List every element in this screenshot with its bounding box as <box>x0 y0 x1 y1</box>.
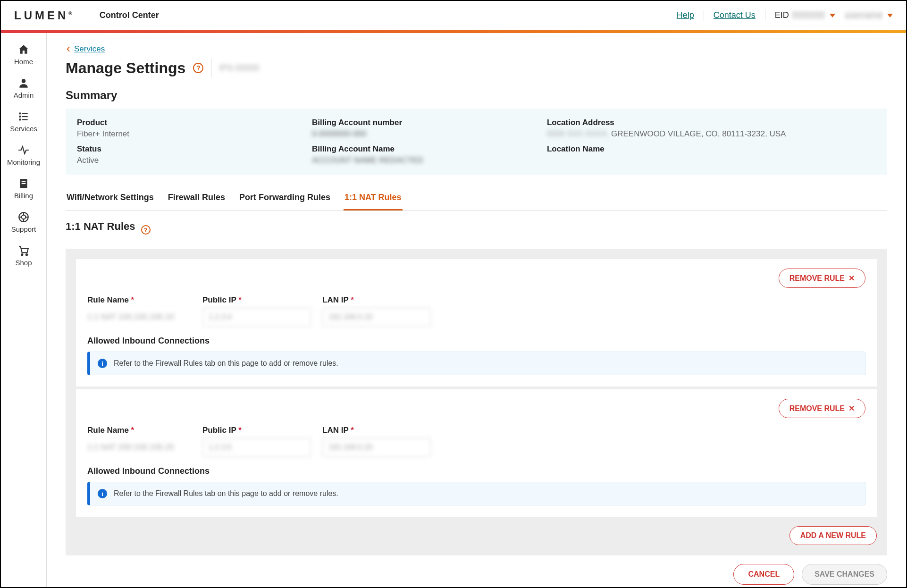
help-icon[interactable]: ? <box>193 63 203 73</box>
field-label: Rule Name * <box>87 426 191 435</box>
remove-rule-button[interactable]: REMOVE RULE ✕ <box>779 399 865 418</box>
field-value: ACCOUNT NAME REDACTED <box>312 156 547 165</box>
close-icon: ✕ <box>848 274 855 283</box>
public-ip-field: Public IP * <box>202 426 311 457</box>
chevron-down-icon <box>830 14 835 17</box>
sidebar-item-label: Support <box>11 225 36 233</box>
info-icon: i <box>98 359 107 368</box>
sidebar-item-shop[interactable]: Shop <box>1 239 46 272</box>
vertical-divider <box>765 10 765 21</box>
allowed-inbound-heading: Allowed Inbound Connections <box>87 336 865 346</box>
nat-rule-card: REMOVE RULE ✕ Rule Name * 1:1 NAT 200.10… <box>76 389 877 517</box>
field-label: LAN IP * <box>322 426 431 435</box>
eid-dropdown[interactable]: EID 0000000 <box>775 10 835 20</box>
rule-name-field: Rule Name * 1:1 NAT 100.100.100.10 <box>87 295 191 327</box>
nat-rule-card: REMOVE RULE ✕ Rule Name * 1:1 NAT 100.10… <box>76 259 877 386</box>
lan-ip-input[interactable] <box>322 308 431 327</box>
public-ip-field: Public IP * <box>202 295 311 327</box>
sidebar-item-label: Admin <box>14 91 34 99</box>
sidebar-item-label: Billing <box>14 192 33 200</box>
sidebar-item-admin[interactable]: Admin <box>1 71 46 105</box>
svg-point-0 <box>22 79 26 83</box>
nat-rules-panel: REMOVE RULE ✕ Rule Name * 1:1 NAT 100.10… <box>66 249 887 555</box>
activity-icon <box>17 144 30 156</box>
field-label: Location Address <box>547 118 876 127</box>
summary-ban: Billing Account number 0-0000000-000 <box>312 118 547 139</box>
tab-port-forwarding[interactable]: Port Forwarding Rules <box>238 188 331 210</box>
sidebar-item-label: Home <box>14 58 33 66</box>
field-label: Status <box>77 144 312 154</box>
summary-product: Product Fiber+ Internet <box>77 118 312 139</box>
summary-card: Product Fiber+ Internet Billing Account … <box>66 109 887 175</box>
summary-status: Status Active <box>77 144 312 165</box>
field-label: Public IP * <box>202 426 311 435</box>
svg-point-5 <box>19 118 21 120</box>
field-label: Billing Account number <box>312 118 547 127</box>
tab-nat-rules[interactable]: 1:1 NAT Rules <box>344 188 403 210</box>
nat-subtitle-row: 1:1 NAT Rules ? <box>66 220 887 239</box>
sidebar-item-monitoring[interactable]: Monitoring <box>1 138 46 172</box>
sidebar-item-home[interactable]: Home <box>1 38 46 71</box>
rule-name-field: Rule Name * 1:1 NAT 200.100.100.20 <box>87 426 191 457</box>
sidebar-item-support[interactable]: Support <box>1 205 46 239</box>
sidebar: Home Admin Services Monitoring Billing S… <box>1 33 47 587</box>
sidebar-item-label: Services <box>10 125 37 133</box>
cancel-button[interactable]: CANCEL <box>733 564 794 585</box>
sidebar-item-label: Shop <box>15 259 32 267</box>
button-label: REMOVE RULE <box>789 404 845 413</box>
tab-firewall-rules[interactable]: Firewall Rules <box>167 188 226 210</box>
support-icon <box>17 211 30 223</box>
summary-ban-name: Billing Account Name ACCOUNT NAME REDACT… <box>312 144 547 165</box>
breadcrumb-services-link[interactable]: Services <box>74 44 105 54</box>
field-value: Active <box>77 156 312 165</box>
sidebar-item-billing[interactable]: Billing <box>1 172 46 205</box>
button-label: ADD A NEW RULE <box>800 531 866 540</box>
lan-ip-field: LAN IP * <box>322 426 431 457</box>
chevron-down-icon <box>887 14 893 17</box>
home-icon <box>17 43 30 56</box>
info-banner: i Refer to the Firewall Rules tab on thi… <box>87 352 865 375</box>
summary-heading: Summary <box>66 89 887 102</box>
tabs: Wifi/Network Settings Firewall Rules Por… <box>66 188 887 211</box>
svg-point-1 <box>19 112 21 114</box>
public-ip-input[interactable] <box>202 308 311 327</box>
add-new-rule-button[interactable]: ADD A NEW RULE <box>789 526 877 545</box>
info-message: Refer to the Firewall Rules tab on this … <box>114 359 338 368</box>
service-id: IPS-00000 <box>219 63 259 73</box>
public-ip-input[interactable] <box>202 438 311 457</box>
user-dropdown[interactable]: username <box>845 10 893 20</box>
help-icon[interactable]: ? <box>141 225 151 235</box>
svg-rect-6 <box>22 119 28 120</box>
svg-point-10 <box>22 215 26 219</box>
svg-rect-8 <box>22 181 26 182</box>
sidebar-item-services[interactable]: Services <box>1 105 46 138</box>
user-value: username <box>845 10 882 20</box>
breadcrumb: Services <box>66 44 887 54</box>
page-title-row: Manage Settings ? IPS-00000 <box>66 59 887 77</box>
svg-point-16 <box>21 254 23 255</box>
info-icon: i <box>98 489 107 498</box>
app-name: Control Center <box>100 10 159 20</box>
allowed-inbound-heading: Allowed Inbound Connections <box>87 466 865 476</box>
cart-icon <box>17 244 30 257</box>
contact-us-link[interactable]: Contact Us <box>714 10 756 20</box>
field-label: Product <box>77 118 312 127</box>
info-message: Refer to the Firewall Rules tab on this … <box>114 489 338 498</box>
field-value: 0-0000000-000 <box>312 129 547 139</box>
rule-name-value: 1:1 NAT 100.100.100.10 <box>87 308 191 322</box>
remove-rule-button[interactable]: REMOVE RULE ✕ <box>779 269 865 288</box>
field-value: 0000 XXX XXXX, GREENWOOD VILLAGE, CO, 80… <box>547 129 876 139</box>
nat-rules-heading: 1:1 NAT Rules <box>66 220 135 233</box>
lan-ip-input[interactable] <box>322 438 431 457</box>
vertical-divider <box>704 10 704 21</box>
eid-label: EID <box>775 10 789 20</box>
page-actions: CANCEL SAVE CHANGES <box>66 564 887 585</box>
info-banner: i Refer to the Firewall Rules tab on thi… <box>87 482 865 505</box>
vertical-divider <box>211 59 211 77</box>
tab-wifi-network[interactable]: Wifi/Network Settings <box>66 188 155 210</box>
user-icon <box>17 77 30 89</box>
chevron-left-icon <box>66 46 71 52</box>
lan-ip-field: LAN IP * <box>322 295 431 327</box>
list-icon <box>17 110 30 123</box>
help-link[interactable]: Help <box>677 10 694 20</box>
